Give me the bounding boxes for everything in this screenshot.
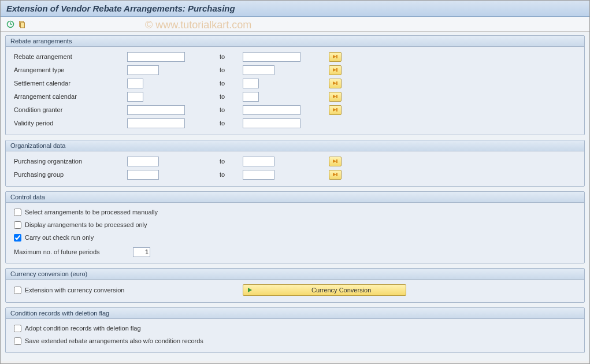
multiple-selection-button[interactable]: [329, 170, 342, 180]
checkbox-label: Carry out check run only: [25, 234, 94, 241]
svg-marker-13: [333, 108, 336, 112]
check-display-only: Display arrangements to be processed onl…: [12, 219, 578, 231]
checkbox-label: Select arrangements to be processed manu…: [25, 209, 158, 216]
svg-rect-12: [336, 95, 337, 98]
group-organizational-data: Organizational data Purchasing organizat…: [5, 140, 585, 187]
multiple-selection-button[interactable]: [329, 52, 342, 62]
row-arrangement-calendar: Arrangement calendar to: [12, 90, 578, 103]
execute-button[interactable]: [5, 19, 16, 29]
field-label: Maximum no. of future periods: [12, 248, 133, 255]
condition-granter-to-input[interactable]: [243, 105, 300, 115]
arrow-right-icon: [247, 287, 254, 294]
currency-conversion-checkbox[interactable]: [14, 287, 21, 294]
group-rebate-arrangements: Rebate arrangements Rebate arrangement t…: [5, 35, 585, 135]
field-label: Condition granter: [12, 106, 127, 113]
arrangement-calendar-to-input[interactable]: [243, 92, 259, 102]
to-label: to: [208, 120, 243, 127]
group-header: Organizational data: [6, 140, 584, 151]
multiple-selection-button[interactable]: [329, 157, 342, 166]
row-arrangement-type: Arrangement type to: [12, 64, 578, 76]
settlement-calendar-to-input[interactable]: [243, 79, 259, 88]
to-label: to: [208, 158, 243, 165]
currency-conversion-button[interactable]: Currency Conversion: [243, 284, 406, 296]
to-label: to: [208, 80, 243, 87]
rebate-arrangement-from-input[interactable]: [127, 52, 185, 62]
page-title: Extension of Vendor Rebate Arrangements:…: [1, 1, 589, 17]
svg-rect-6: [336, 55, 337, 58]
purchasing-org-to-input[interactable]: [243, 157, 274, 166]
group-currency-conversion: Currency conversion (euro) Extension wit…: [5, 268, 585, 303]
purchasing-group-from-input[interactable]: [127, 170, 159, 180]
svg-rect-16: [336, 159, 337, 163]
svg-rect-18: [336, 173, 337, 176]
field-label: Arrangement calendar: [12, 93, 127, 100]
field-label: Validity period: [12, 120, 127, 127]
field-label: Settlement calendar: [12, 80, 127, 87]
svg-marker-11: [333, 95, 336, 98]
svg-rect-14: [336, 108, 337, 112]
multiple-selection-button[interactable]: [329, 79, 342, 88]
check-check-run: Carry out check run only: [12, 232, 578, 243]
checkbox-label: Adopt condition records with deletion fl…: [25, 325, 141, 332]
multiple-selection-button[interactable]: [329, 92, 342, 102]
to-label: to: [208, 106, 243, 113]
group-control-data: Control data Select arrangements to be p…: [5, 191, 585, 263]
adopt-deletion-checkbox[interactable]: [14, 325, 21, 332]
svg-rect-8: [336, 68, 337, 72]
row-currency: Extension with currency conversion Curre…: [12, 283, 578, 297]
button-label: Currency Conversion: [311, 287, 371, 294]
svg-rect-10: [336, 81, 337, 85]
row-condition-granter: Condition granter to: [12, 103, 578, 116]
field-label: Purchasing organization: [12, 158, 127, 165]
arrangement-calendar-from-input[interactable]: [127, 92, 143, 102]
group-header: Rebate arrangements: [6, 36, 584, 47]
svg-marker-5: [333, 55, 336, 58]
display-only-checkbox[interactable]: [14, 221, 21, 229]
check-adopt: Adopt condition records with deletion fl…: [12, 322, 578, 334]
field-label: Purchasing group: [12, 171, 127, 178]
multiple-selection-button[interactable]: [329, 105, 342, 115]
check-select-manual: Select arrangements to be processed manu…: [12, 206, 578, 218]
svg-marker-19: [248, 288, 252, 292]
row-max-periods: Maximum no. of future periods: [12, 246, 578, 258]
checkbox-label: Save extended rebate arrangements also w…: [25, 337, 203, 344]
arrangement-type-from-input[interactable]: [127, 65, 159, 75]
check-run-checkbox[interactable]: [14, 234, 21, 242]
svg-marker-17: [333, 173, 336, 176]
purchasing-org-from-input[interactable]: [127, 157, 159, 166]
select-manual-checkbox[interactable]: [14, 209, 21, 216]
svg-marker-7: [333, 68, 336, 72]
max-periods-input[interactable]: [133, 247, 150, 257]
group-header: Currency conversion (euro): [6, 269, 584, 280]
condition-granter-from-input[interactable]: [127, 105, 185, 115]
to-label: to: [208, 93, 243, 100]
validity-period-from-input[interactable]: [127, 118, 185, 128]
field-label: Rebate arrangement: [12, 53, 127, 60]
checkbox-label: Extension with currency conversion: [25, 287, 124, 294]
validity-period-to-input[interactable]: [243, 118, 300, 128]
svg-rect-4: [21, 23, 25, 28]
toolbar: [1, 17, 589, 32]
purchasing-group-to-input[interactable]: [243, 170, 274, 180]
arrangement-type-to-input[interactable]: [243, 65, 274, 75]
svg-marker-9: [333, 81, 336, 85]
group-header: Control data: [6, 192, 584, 203]
check-save-extended: Save extended rebate arrangements also w…: [12, 335, 578, 347]
content-area: Rebate arrangements Rebate arrangement t…: [1, 32, 589, 361]
to-label: to: [208, 66, 243, 73]
settlement-calendar-from-input[interactable]: [127, 79, 143, 88]
group-header: Condition records with deletion flag: [6, 308, 584, 319]
to-label: to: [208, 53, 243, 60]
get-variant-button[interactable]: [17, 19, 27, 29]
row-purchasing-org: Purchasing organization to: [12, 155, 578, 168]
rebate-arrangement-to-input[interactable]: [243, 52, 300, 62]
row-validity-period: Validity period to: [12, 117, 578, 129]
multiple-selection-button[interactable]: [329, 65, 342, 75]
row-rebate-arrangement: Rebate arrangement to: [12, 50, 578, 63]
field-label: Arrangement type: [12, 66, 127, 73]
svg-marker-15: [333, 159, 336, 163]
row-settlement-calendar: Settlement calendar to: [12, 77, 578, 90]
to-label: to: [208, 171, 243, 178]
save-extended-checkbox[interactable]: [14, 337, 21, 345]
group-deletion-flag: Condition records with deletion flag Ado…: [5, 307, 585, 353]
